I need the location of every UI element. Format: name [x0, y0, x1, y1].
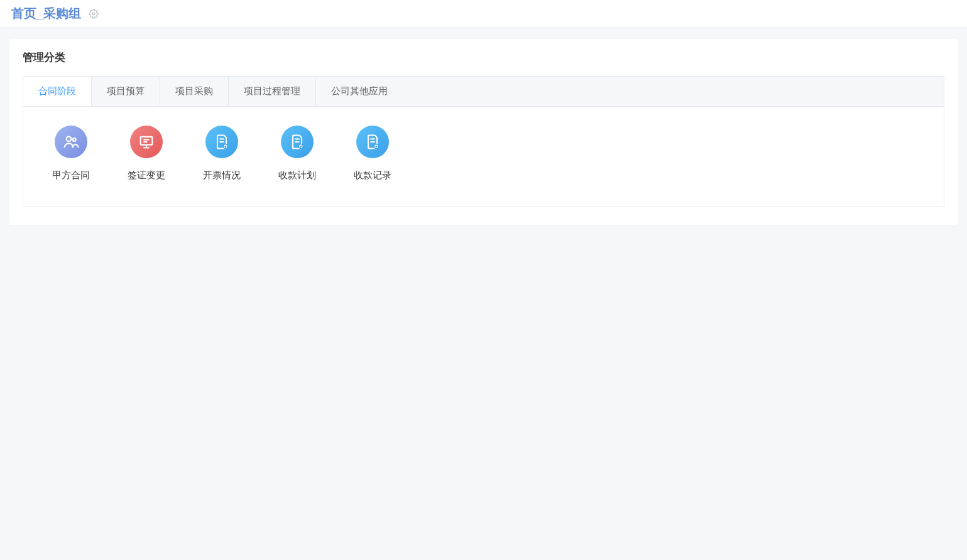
- page-header: 首页_采购组: [0, 0, 967, 28]
- app-collection-record[interactable]: 收款记录: [350, 126, 395, 181]
- svg-rect-3: [141, 137, 153, 145]
- app-label: 收款计划: [278, 170, 316, 181]
- app-party-a-contract[interactable]: 甲方合同: [48, 126, 94, 181]
- page-title: 首页_采购组: [11, 5, 81, 22]
- document-badge-icon: [205, 126, 238, 158]
- svg-point-0: [92, 13, 95, 15]
- tab-project-budget[interactable]: 项目预算: [92, 77, 160, 106]
- app-visa-change[interactable]: 签证变更: [124, 126, 169, 181]
- app-label: 签证变更: [128, 170, 165, 181]
- app-collection-plan[interactable]: 收款计划: [275, 126, 320, 181]
- document-badge-icon: [281, 126, 314, 158]
- tabs-bar: 合同阶段 项目预算 项目采购 项目过程管理 公司其他应用: [23, 76, 944, 107]
- tab-contract-stage[interactable]: 合同阶段: [23, 77, 92, 107]
- tab-company-other[interactable]: 公司其他应用: [316, 77, 403, 106]
- tab-content: 甲方合同 签证变更: [23, 107, 944, 207]
- svg-point-1: [67, 137, 71, 141]
- presentation-icon: [130, 126, 163, 158]
- app-invoice-status[interactable]: 开票情况: [199, 126, 244, 181]
- tab-project-process[interactable]: 项目过程管理: [229, 77, 316, 106]
- tab-project-procurement[interactable]: 项目采购: [160, 77, 229, 106]
- app-label: 开票情况: [203, 170, 241, 181]
- management-panel: 管理分类 合同阶段 项目预算 项目采购 项目过程管理 公司其他应用 甲方合同: [9, 39, 958, 225]
- gear-icon[interactable]: [89, 9, 99, 19]
- svg-point-2: [73, 138, 76, 141]
- app-label: 收款记录: [354, 170, 391, 181]
- panel-title: 管理分类: [23, 50, 944, 65]
- content-area: 管理分类 合同阶段 项目预算 项目采购 项目过程管理 公司其他应用 甲方合同: [0, 28, 967, 236]
- document-badge-icon: [356, 126, 389, 158]
- people-icon: [55, 126, 87, 158]
- app-label: 甲方合同: [52, 170, 90, 181]
